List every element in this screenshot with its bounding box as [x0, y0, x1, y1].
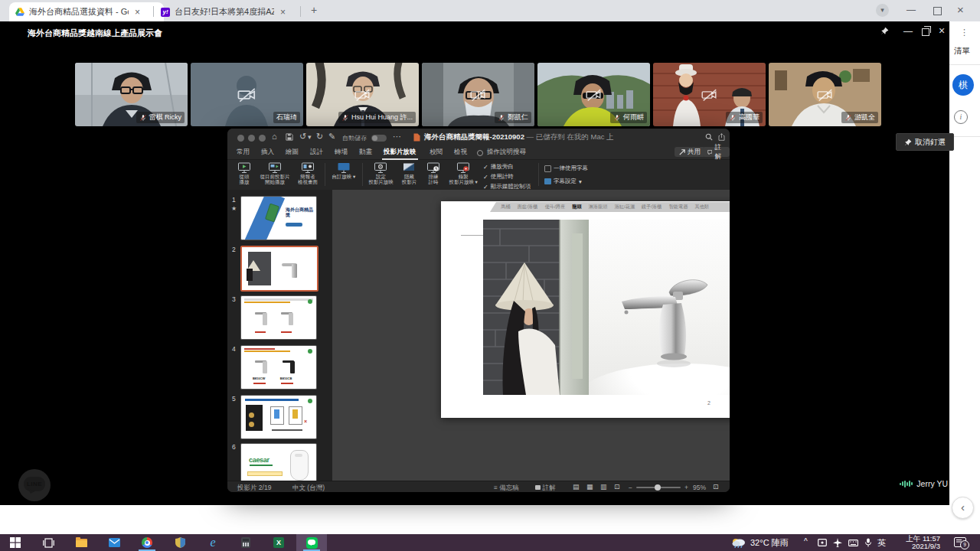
excel-button[interactable]: X [263, 534, 294, 551]
defender-button[interactable] [165, 534, 195, 551]
participant-tile[interactable]: 雷棋 Ricky [75, 63, 188, 126]
weather-status[interactable]: 32°C 陣雨 [750, 537, 789, 549]
airplane-tray-icon[interactable] [833, 538, 842, 547]
current-slide[interactable]: 馬桶 面盆/浴櫃 便斗/蹲座 龍頭 淋浴龍頭 浴缸/花灑 鏡子/浴櫃 智能電器 … [441, 201, 730, 418]
weather-icon[interactable] [731, 537, 746, 548]
tab-transitions[interactable]: 轉場 [333, 148, 349, 157]
tab-animations[interactable]: 動畫 [358, 148, 374, 157]
normal-view-icon[interactable]: ▤ [573, 483, 580, 491]
share-button[interactable]: 共用 [675, 147, 705, 157]
slide-thumb-2-selected[interactable] [240, 246, 318, 292]
chrome-button[interactable] [132, 534, 162, 551]
slide-thumbnail-panel[interactable]: 1 ★ 海外台商精品獎 2 3 [227, 190, 332, 481]
search-icon[interactable] [705, 133, 713, 141]
participant-tile[interactable]: 何雨畊 [537, 63, 650, 126]
presenter-view-button[interactable]: 簡報者檢視畫面 [293, 162, 322, 185]
meeting-minimize-button[interactable]: — [903, 26, 913, 37]
slide-thumb-3[interactable] [240, 295, 317, 340]
start-button[interactable] [0, 534, 31, 551]
participant-tile[interactable]: 石瑞琦 [191, 63, 303, 126]
mac-minimize-button[interactable] [248, 135, 255, 142]
participant-tile[interactable]: 高國華 [653, 63, 766, 126]
unpin-button[interactable]: 取消釘選 [896, 133, 954, 151]
mac-zoom-button[interactable] [259, 135, 266, 142]
browser-minimize-button[interactable]: — [906, 5, 916, 15]
tab-close-icon[interactable]: × [133, 7, 142, 18]
mail-button[interactable] [99, 534, 129, 551]
browser-tab-news[interactable]: y! 台日友好!日本將第4度捐AZ疫苗 × [155, 2, 309, 21]
slide-thumb-4[interactable]: B810CW B810CB [240, 345, 317, 390]
tab-tell-me[interactable]: 操作說明搜尋 [485, 148, 528, 157]
browser-maximize-button[interactable] [933, 7, 942, 15]
pin-icon[interactable] [880, 27, 889, 35]
subtitle-settings-button[interactable]: 字幕設定 ▾ [544, 178, 588, 185]
zoom-level[interactable]: 95% [693, 484, 706, 491]
hide-slide-button[interactable]: 隱藏投影片 [397, 162, 420, 185]
zoom-slider-knob[interactable] [655, 484, 661, 491]
undo-icon[interactable]: ↺ [299, 132, 306, 142]
mac-close-button[interactable] [237, 135, 244, 142]
notification-center-button[interactable]: 9 [954, 537, 966, 547]
rehearse-timings-button[interactable]: 排練計時 [422, 162, 445, 185]
tab-view[interactable]: 檢視 [452, 148, 469, 157]
draw-icon[interactable]: ✎ [328, 132, 335, 142]
setup-slideshow-button[interactable]: 設定投影片放映 [365, 162, 396, 185]
zoom-out-icon[interactable]: − [629, 484, 632, 491]
display-tray-icon[interactable] [818, 539, 827, 546]
browser-close-button[interactable]: × [957, 3, 964, 16]
tab-slideshow[interactable]: 投影片放映 [382, 148, 418, 160]
hidden-icons-chevron[interactable]: ^ [804, 537, 808, 546]
tab-home[interactable]: 常用 [235, 148, 251, 157]
clock[interactable]: 上午 11:57 2021/9/3 [893, 535, 940, 550]
language-indicator[interactable]: 中文 (台灣) [292, 484, 325, 492]
meeting-restore-button[interactable] [922, 28, 929, 36]
tab-close-icon[interactable]: × [279, 7, 287, 18]
tab-review[interactable]: 校閱 [428, 148, 444, 157]
tab-draw[interactable]: 繪圖 [284, 148, 300, 157]
record-slideshow-button[interactable]: 錄製投影片放映 ▾ [446, 162, 480, 185]
calculator-button[interactable] [230, 534, 261, 551]
new-tab-button[interactable]: + [308, 5, 320, 17]
play-narrations-checkbox[interactable]: ✓播放旁白 [483, 163, 531, 171]
autosave-toggle[interactable] [371, 135, 387, 142]
collapse-panel-button[interactable]: ‹ [952, 497, 974, 519]
share-icon[interactable] [717, 132, 726, 142]
always-use-subtitles-checkbox[interactable]: 一律使用字幕 [544, 165, 588, 172]
participant-tile[interactable]: 鄭凱仁 [422, 63, 534, 126]
play-from-current-button[interactable]: 從目前投影片開始播放 [257, 162, 292, 185]
slide-sorter-view-icon[interactable]: ▦ [586, 483, 593, 491]
meeting-close-button[interactable]: × [939, 24, 945, 37]
custom-show-button[interactable]: 自訂放映 ▾ [328, 162, 360, 180]
task-view-button[interactable] [33, 534, 64, 551]
play-from-start-button[interactable]: 從頭播放 [232, 162, 256, 185]
comments-toggle-button[interactable]: 註解 [535, 484, 555, 492]
user-avatar[interactable]: 棋 [952, 74, 974, 96]
info-icon[interactable]: i [954, 110, 968, 124]
file-explorer-button[interactable] [66, 534, 96, 551]
zoom-in-icon[interactable]: + [684, 484, 688, 491]
microphone-tray-icon[interactable] [864, 538, 872, 547]
participant-tile[interactable]: Hsu Hui Huang 許... [306, 63, 419, 126]
tab-insert[interactable]: 插入 [260, 148, 276, 157]
input-language-indicator[interactable]: 英 [877, 537, 886, 549]
home-icon[interactable]: ⌂ [272, 132, 277, 141]
redo-icon[interactable]: ↻ [316, 132, 323, 142]
tab-design[interactable]: 設計 [309, 148, 325, 157]
reading-view-icon[interactable]: ▥ [600, 483, 607, 491]
use-timings-checkbox[interactable]: ✓使用計時 [483, 173, 531, 181]
undo-dropdown-icon[interactable]: ▾ [308, 133, 312, 141]
internet-explorer-button[interactable]: e [198, 534, 228, 551]
slide-thumb-6[interactable]: caesar [240, 443, 317, 481]
slide-thumb-1[interactable]: 海外台商精品獎 [240, 196, 317, 240]
tab-search-icon[interactable]: ▾ [876, 4, 889, 17]
overflow-menu-icon[interactable]: ⋮ [960, 28, 969, 37]
more-icon[interactable]: ⋯ [393, 132, 401, 142]
notes-button[interactable]: ≡ 備忘稿 [494, 484, 519, 492]
slide-thumb-5[interactable]: × [240, 395, 317, 439]
participant-tile[interactable]: 游凱全 [769, 63, 881, 126]
line-app-button[interactable] [296, 534, 327, 551]
fit-slide-icon[interactable]: ⊡ [713, 483, 719, 491]
comments-button[interactable]: 註解 [703, 147, 730, 157]
keyboard-tray-icon[interactable] [848, 540, 858, 546]
slideshow-view-icon[interactable]: ⊡ [614, 483, 620, 491]
